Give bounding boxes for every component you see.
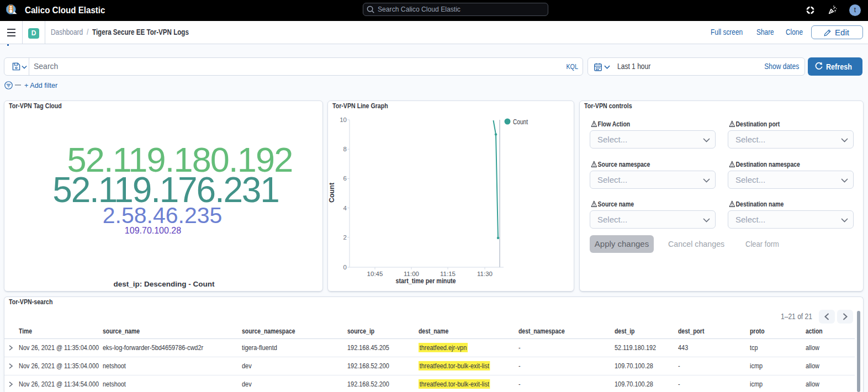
svg-text:11:30: 11:30 xyxy=(477,271,493,277)
svg-text:10:45: 10:45 xyxy=(367,271,383,277)
svg-text:0: 0 xyxy=(343,264,347,271)
svg-text:4: 4 xyxy=(343,205,347,211)
svg-text:2: 2 xyxy=(343,234,347,241)
svg-text:10: 10 xyxy=(340,116,347,123)
svg-text:Count: Count xyxy=(328,182,336,203)
svg-text:6: 6 xyxy=(343,175,347,182)
svg-text:8: 8 xyxy=(343,146,347,152)
svg-text:start_time per minute: start_time per minute xyxy=(396,277,456,285)
svg-text:11:00: 11:00 xyxy=(404,271,419,277)
svg-text:Count: Count xyxy=(513,118,528,126)
svg-text:11:15: 11:15 xyxy=(440,271,456,277)
